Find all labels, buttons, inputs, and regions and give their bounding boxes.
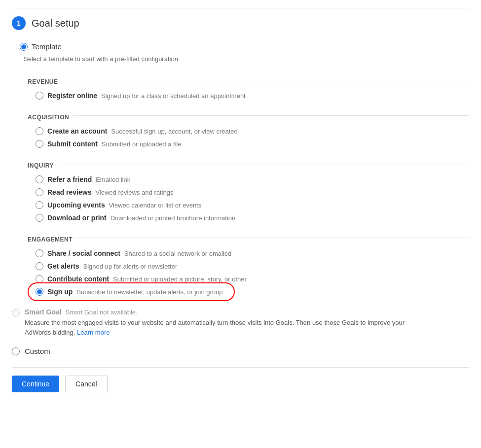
custom-label[interactable]: Custom <box>25 347 50 355</box>
register-online-name: Register online <box>47 92 97 100</box>
submit-content-desc: Submitted or uploaded a file <box>102 140 182 148</box>
signup-option[interactable]: Sign up Subscribe to newsletter, update … <box>36 288 223 296</box>
create-account-radio[interactable] <box>36 127 43 135</box>
revenue-section: REVENUE Register online Signed up for a … <box>12 70 469 102</box>
contribute-content-name: Contribute content <box>47 275 109 283</box>
share-social-desc: Shared to a social network or emailed <box>124 250 232 257</box>
step-header: 1 Goal setup <box>12 16 469 30</box>
contribute-content-desc: Submitted or uploaded a picture, story, … <box>113 276 247 283</box>
read-reviews-desc: Viewed reviews and ratings <box>95 189 173 196</box>
create-account-desc: Successful sign up, account, or view cre… <box>111 128 238 135</box>
read-reviews-name: Read reviews <box>47 188 92 196</box>
smart-goal-title: Smart Goal <box>25 308 62 316</box>
smart-goal-text: Smart Goal Smart Goal not available. Mea… <box>25 308 429 337</box>
download-print-desc: Downloaded or printed brochure informati… <box>111 214 236 222</box>
share-social-name: Share / social connect <box>47 249 120 257</box>
engagement-label: ENGAGEMENT <box>28 236 73 243</box>
smart-goal-radio <box>12 309 20 317</box>
submit-content-radio[interactable] <box>36 140 43 148</box>
template-option[interactable]: Template <box>20 40 469 53</box>
continue-button[interactable]: Continue <box>12 376 59 392</box>
page-container: 1 Goal setup Template Select a template … <box>0 0 481 400</box>
refer-friend-name: Refer a friend <box>47 175 92 183</box>
upcoming-events-name: Upcoming events <box>47 201 105 209</box>
step-circle: 1 <box>12 16 26 30</box>
signup-radio[interactable] <box>36 288 43 296</box>
signup-desc: Subscribe to newsletter, update alerts, … <box>76 288 222 296</box>
custom-section[interactable]: Custom <box>12 347 469 355</box>
register-online-radio[interactable] <box>36 92 43 100</box>
smart-goal-section: Smart Goal Smart Goal not available. Mea… <box>12 308 469 337</box>
inquiry-label: INQUIRY <box>28 162 54 169</box>
share-social-option[interactable]: Share / social connect Shared to a socia… <box>36 247 469 260</box>
learn-more-link[interactable]: Learn more <box>77 329 110 336</box>
get-alerts-radio[interactable] <box>36 262 43 270</box>
engagement-section: ENGAGEMENT Share / social connect Shared… <box>12 228 469 298</box>
cancel-button[interactable]: Cancel <box>65 376 108 392</box>
download-print-radio[interactable] <box>36 214 43 222</box>
revenue-label: REVENUE <box>28 78 58 85</box>
acquisition-section: ACQUISITION Create an account Successful… <box>12 106 469 150</box>
get-alerts-option[interactable]: Get alerts Signed up for alerts or newsl… <box>36 260 469 273</box>
get-alerts-name: Get alerts <box>47 262 79 270</box>
template-description: Select a template to start with a pre-fi… <box>24 55 469 63</box>
read-reviews-option[interactable]: Read reviews Viewed reviews and ratings <box>36 186 469 199</box>
contribute-content-option[interactable]: Contribute content Submitted or uploaded… <box>36 273 469 285</box>
contribute-content-radio[interactable] <box>36 275 43 283</box>
signup-name: Sign up <box>47 288 73 296</box>
create-account-name: Create an account <box>47 127 107 135</box>
acquisition-label: ACQUISITION <box>28 114 69 121</box>
custom-radio[interactable] <box>12 347 20 355</box>
read-reviews-radio[interactable] <box>36 188 43 196</box>
download-print-name: Download or print <box>47 214 107 222</box>
refer-friend-radio[interactable] <box>36 175 43 183</box>
upcoming-events-radio[interactable] <box>36 201 43 209</box>
inquiry-section: INQUIRY Refer a friend Emailed link Read… <box>12 154 469 224</box>
template-label[interactable]: Template <box>32 42 62 51</box>
smart-goal-unavailable: Smart Goal not available. <box>66 309 138 316</box>
submit-content-option[interactable]: Submit content Submitted or uploaded a f… <box>36 138 469 150</box>
get-alerts-desc: Signed up for alerts or newsletter <box>83 263 177 270</box>
signup-option-row[interactable]: Sign up Subscribe to newsletter, update … <box>36 285 223 298</box>
upcoming-events-desc: Viewed calendar or list or events <box>109 202 202 209</box>
footer-divider <box>12 367 469 368</box>
register-online-option[interactable]: Register online Signed up for a class or… <box>36 89 469 102</box>
register-online-desc: Signed up for a class or scheduled an ap… <box>101 92 246 100</box>
footer-buttons: Continue Cancel <box>12 376 469 392</box>
download-print-option[interactable]: Download or print Downloaded or printed … <box>36 211 469 224</box>
create-account-option[interactable]: Create an account Successful sign up, ac… <box>36 125 469 138</box>
refer-friend-desc: Emailed link <box>96 176 130 183</box>
page-title: Goal setup <box>32 18 79 29</box>
refer-friend-option[interactable]: Refer a friend Emailed link <box>36 173 469 186</box>
share-social-radio[interactable] <box>36 249 43 257</box>
upcoming-events-option[interactable]: Upcoming events Viewed calendar or list … <box>36 199 469 211</box>
submit-content-name: Submit content <box>47 140 98 148</box>
smart-goal-description: Measure the most engaged visits to your … <box>25 318 429 337</box>
template-radio[interactable] <box>20 43 28 51</box>
